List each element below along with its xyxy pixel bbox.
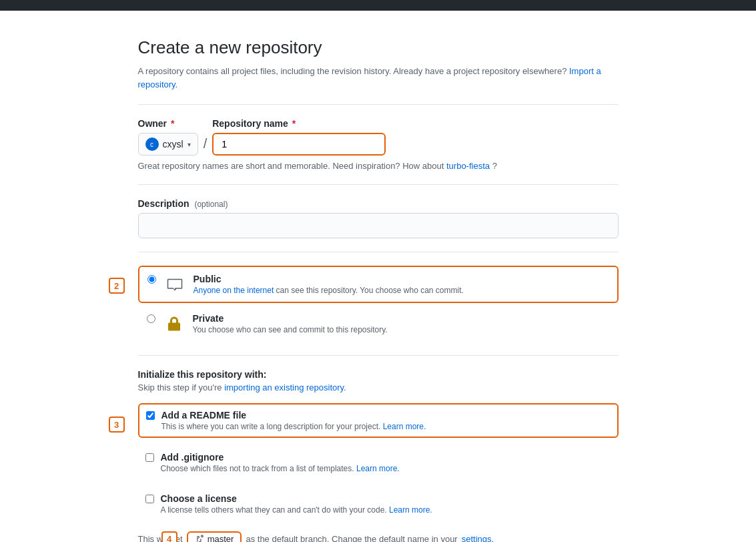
subtitle-text: A repository contains all project files,… bbox=[138, 66, 567, 76]
default-branch-row: This will set 4 master as the default br… bbox=[138, 531, 619, 542]
public-desc: Anyone on the internet can see this repo… bbox=[194, 286, 464, 295]
branch-name: master bbox=[208, 534, 234, 542]
readme-label: Add a README file bbox=[161, 410, 426, 421]
visibility-section: 2 Public Anyone on the internet can see … bbox=[138, 266, 619, 342]
top-bar bbox=[0, 0, 756, 11]
branch-text-after: as the default branch. Change the defaul… bbox=[246, 534, 457, 542]
form-divider-2 bbox=[138, 252, 619, 252]
form-divider-3 bbox=[138, 355, 619, 356]
repo-name-required: * bbox=[292, 118, 296, 129]
owner-avatar: c bbox=[145, 138, 159, 151]
header-divider bbox=[138, 104, 619, 105]
private-label: Private bbox=[193, 313, 388, 324]
page-title: Create a new repository bbox=[138, 37, 619, 58]
license-desc: A license tells others what they can and… bbox=[161, 505, 432, 515]
form-divider-1 bbox=[138, 184, 619, 185]
private-radio[interactable] bbox=[147, 314, 155, 323]
public-icon bbox=[164, 274, 185, 295]
private-icon bbox=[163, 313, 185, 334]
gitignore-desc: Choose which files not to track from a l… bbox=[161, 464, 400, 473]
step-4-badge: 4 bbox=[161, 531, 177, 543]
page-content: Create a new repository A repository con… bbox=[125, 11, 632, 542]
readme-learn-link[interactable]: Learn more. bbox=[383, 422, 426, 431]
step-3-badge: 3 bbox=[109, 417, 125, 433]
init-title: Initialize this repository with: bbox=[138, 369, 619, 380]
license-row: Choose a license A license tells others … bbox=[138, 487, 619, 521]
owner-select[interactable]: c cxysl ▾ bbox=[138, 133, 198, 156]
repo-name-label: Repository name * bbox=[212, 118, 386, 129]
gitignore-text: Add .gitignore Choose which files not to… bbox=[161, 452, 400, 473]
description-label: Description (optional) bbox=[138, 198, 619, 209]
step-2-badge: 2 bbox=[109, 278, 125, 294]
suggestion-text: Great repository names are short and mem… bbox=[138, 161, 619, 171]
slash-separator: / bbox=[204, 136, 208, 156]
repo-name-field-group: Repository name * bbox=[212, 118, 386, 156]
repo-name-input[interactable] bbox=[212, 133, 386, 156]
init-section: Initialize this repository with: Skip th… bbox=[138, 369, 619, 542]
owner-repo-row: Owner * c cxysl ▾ / Repository name * bbox=[138, 118, 619, 156]
owner-label: Owner * bbox=[138, 118, 198, 129]
license-text: Choose a license A license tells others … bbox=[161, 493, 432, 515]
description-field-group: Description (optional) bbox=[138, 198, 619, 238]
gitignore-row: Add .gitignore Choose which files not to… bbox=[138, 446, 619, 479]
license-learn-link[interactable]: Learn more. bbox=[389, 505, 432, 515]
readme-text: Add a README file This is where you can … bbox=[161, 410, 426, 431]
description-input[interactable] bbox=[138, 213, 619, 238]
chevron-down-icon: ▾ bbox=[187, 141, 191, 148]
readme-desc: This is where you can write a long descr… bbox=[161, 422, 426, 431]
license-label: Choose a license bbox=[161, 493, 432, 504]
branch-badge: master bbox=[187, 531, 242, 542]
public-option[interactable]: Public Anyone on the internet can see th… bbox=[138, 266, 619, 303]
private-option[interactable]: Private You choose who can see and commi… bbox=[138, 306, 619, 342]
public-radio[interactable] bbox=[147, 275, 156, 284]
gitignore-learn-link[interactable]: Learn more. bbox=[356, 464, 400, 473]
owner-name: cxysl bbox=[163, 139, 183, 150]
init-subtitle: Skip this step if you're importing an ex… bbox=[138, 382, 619, 392]
suggestion-link[interactable]: turbo-fiesta bbox=[446, 161, 490, 171]
private-desc: You choose who can see and commit to thi… bbox=[193, 325, 388, 334]
gitignore-checkbox[interactable] bbox=[145, 453, 154, 462]
settings-link[interactable]: settings. bbox=[462, 534, 494, 542]
readme-row: Add a README file This is where you can … bbox=[138, 403, 619, 438]
page-subtitle: A repository contains all project files,… bbox=[138, 65, 619, 91]
importing-link[interactable]: importing an existing repository bbox=[224, 382, 344, 392]
owner-required: * bbox=[171, 118, 174, 129]
gitignore-label: Add .gitignore bbox=[161, 452, 400, 463]
private-text: Private You choose who can see and commi… bbox=[193, 313, 388, 334]
owner-field-group: Owner * c cxysl ▾ bbox=[138, 118, 198, 156]
public-label: Public bbox=[194, 274, 464, 284]
public-text: Public Anyone on the internet can see th… bbox=[194, 274, 464, 295]
branch-icon bbox=[195, 535, 204, 543]
readme-checkbox[interactable] bbox=[146, 411, 155, 420]
license-checkbox[interactable] bbox=[145, 495, 154, 503]
